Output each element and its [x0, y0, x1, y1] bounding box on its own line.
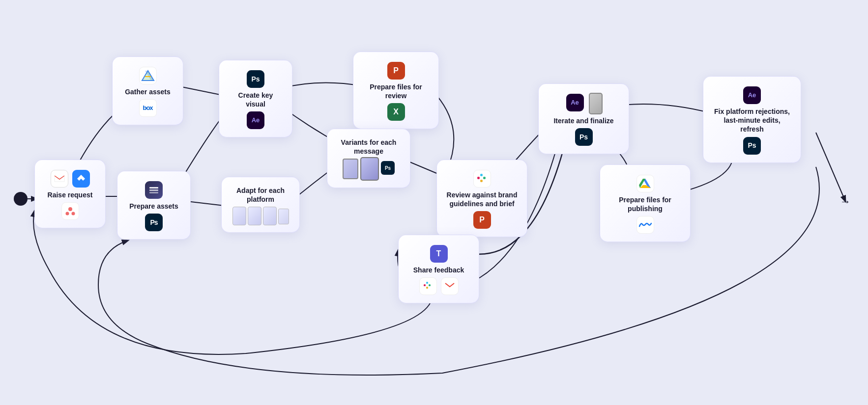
stack-icon — [145, 181, 163, 199]
create-key-visual-title: Create key visual — [228, 91, 283, 108]
review-brand-title: Review against brand guidelines and brie… — [446, 190, 518, 208]
svg-rect-16 — [426, 282, 428, 284]
raise-request-title: Raise request — [48, 190, 93, 199]
slack-icon-feedback — [419, 277, 437, 295]
box-icon: box — [139, 99, 157, 117]
svg-rect-10 — [149, 192, 158, 193]
ps-icon-fix: Ps — [743, 137, 761, 155]
ps-icon-prepare: Ps — [145, 214, 163, 231]
fix-rejections-title: Fix platform rejections, last-minute edi… — [712, 107, 792, 134]
svg-rect-12 — [480, 174, 483, 176]
node-prepare-assets[interactable]: Prepare assets Ps — [117, 171, 191, 240]
gdrive-icon-pub — [637, 175, 654, 192]
node-prepare-publishing[interactable]: Prepare files for publishing — [600, 164, 691, 242]
ae-icon-fix: Ae — [743, 86, 761, 104]
asana-icon — [61, 202, 79, 220]
prepare-files-review-title: Prepare files for review — [362, 82, 430, 100]
node-fix-rejections[interactable]: Ae Fix platform rejections, last-minute … — [703, 76, 801, 163]
svg-point-3 — [71, 212, 75, 216]
svg-rect-8 — [149, 187, 158, 189]
svg-marker-6 — [142, 71, 154, 81]
gmail-icon-feedback — [441, 277, 459, 295]
gather-icons — [138, 66, 158, 85]
adapt-platform-title: Adapt for each platform — [231, 186, 290, 204]
ppt-icon-review: P — [387, 62, 405, 80]
ppt-icon-brand: P — [473, 211, 491, 229]
node-iterate-finalize[interactable]: Ae Iterate and finalize Ps — [538, 83, 629, 154]
svg-rect-15 — [424, 284, 426, 286]
slack-icon-review — [473, 170, 491, 188]
svg-rect-0 — [54, 175, 65, 183]
end-arrow-indicator: → — [840, 195, 851, 208]
svg-rect-14 — [480, 180, 483, 182]
tablet-mockups: Ps — [343, 159, 395, 181]
ae-icon-create: Ae — [247, 111, 264, 129]
teams-icon: T — [430, 245, 448, 263]
svg-rect-17 — [429, 284, 431, 286]
node-raise-request[interactable]: Raise request — [34, 160, 106, 228]
gmail-icon — [51, 170, 68, 188]
node-create-key-visual[interactable]: Ps Create key visual Ae — [219, 60, 292, 137]
node-variants[interactable]: Variants for each message Ps — [327, 129, 410, 188]
ae-icon-iterate: Ae — [566, 94, 584, 111]
node-share-feedback[interactable]: T Share feedback — [398, 235, 479, 303]
node-review-brand[interactable]: Review against brand guidelines and brie… — [436, 160, 527, 237]
excel-icon: X — [387, 103, 405, 121]
drive-icon — [139, 67, 157, 84]
node-adapt-platform[interactable]: Adapt for each platform — [221, 177, 300, 233]
iterate-finalize-title: Iterate and finalize — [553, 116, 613, 125]
node-prepare-files-review[interactable]: P Prepare files for review X — [353, 52, 439, 129]
svg-point-2 — [65, 212, 69, 216]
jira-icon — [72, 170, 90, 188]
prepare-publishing-title: Prepare files for publishing — [609, 195, 681, 213]
ps-icon-create: Ps — [247, 70, 264, 88]
share-feedback-title: Share feedback — [413, 266, 464, 274]
raise-request-icons — [50, 169, 91, 189]
meta-icon — [637, 216, 654, 234]
node-gather-assets[interactable]: Gather assets box — [112, 56, 183, 125]
svg-rect-11 — [477, 177, 480, 179]
svg-rect-18 — [426, 287, 428, 289]
svg-point-1 — [68, 207, 72, 211]
svg-rect-13 — [483, 177, 486, 179]
prepare-assets-title: Prepare assets — [129, 202, 178, 211]
ps-icon-iterate: Ps — [575, 128, 593, 146]
gather-assets-title: Gather assets — [125, 87, 171, 96]
svg-rect-9 — [149, 189, 158, 191]
workflow-canvas: Raise request Gather assets box P — [0, 0, 868, 405]
asana-icon-row — [60, 201, 80, 221]
platform-previews — [232, 207, 289, 225]
variants-title: Variants for each message — [336, 138, 401, 156]
start-node — [14, 192, 28, 206]
